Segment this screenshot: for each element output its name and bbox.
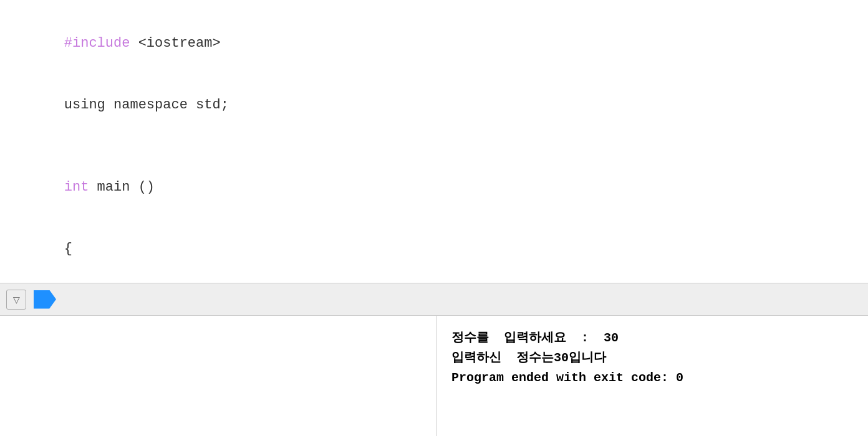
output-left-panel xyxy=(0,316,436,436)
dropdown-icon: ▽ xyxy=(13,295,20,305)
output-area: 정수를 입력하세요 : 30 입력하신 정수는30입니다 Program end… xyxy=(0,316,868,436)
code-line-4: int main () xyxy=(31,156,837,218)
int-keyword: int xyxy=(64,179,89,195)
dropdown-button[interactable]: ▽ xyxy=(6,290,26,310)
code-line-5: { xyxy=(31,218,837,280)
include-keyword: #include xyxy=(64,36,138,51)
output-line-2: 입력하신 정수는30입니다 xyxy=(451,348,853,368)
code-editor: #include <iostream> using namespace std;… xyxy=(0,0,868,283)
toolbar: ▽ xyxy=(0,283,868,316)
code-line-1: #include <iostream> xyxy=(31,12,837,74)
output-line-1: 정수를 입력하세요 : 30 xyxy=(451,328,853,348)
code-line-3 xyxy=(31,136,837,156)
output-line-3: Program ended with exit code: 0 xyxy=(451,368,853,388)
output-right-panel: 정수를 입력하세요 : 30 입력하신 정수는30입니다 Program end… xyxy=(436,316,868,436)
run-button[interactable] xyxy=(34,290,56,309)
code-line-2: using namespace std; xyxy=(31,74,837,136)
